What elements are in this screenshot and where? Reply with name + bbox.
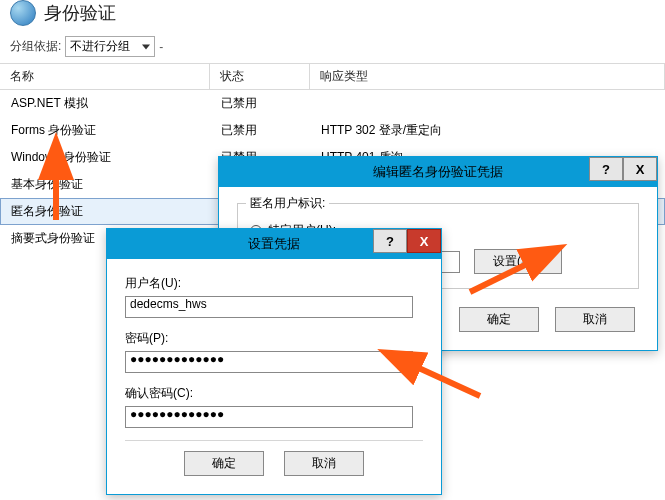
close-button[interactable]: X: [623, 157, 657, 181]
password-input[interactable]: ●●●●●●●●●●●●●: [125, 351, 413, 373]
cell-name: Forms 身份验证: [1, 120, 211, 141]
table-row[interactable]: ASP.NET 模拟已禁用: [0, 90, 665, 117]
help-button[interactable]: ?: [589, 157, 623, 181]
cancel-button[interactable]: 取消: [284, 451, 364, 476]
page-title: 身份验证: [44, 1, 116, 25]
cell-status: 已禁用: [211, 93, 311, 114]
confirm-password-input[interactable]: ●●●●●●●●●●●●●: [125, 406, 413, 428]
group-by-dropdown[interactable]: 不进行分组: [65, 36, 155, 57]
cell-name: 匿名身份验证: [1, 201, 211, 222]
dialog-titlebar[interactable]: 编辑匿名身份验证凭据 ? X: [219, 157, 657, 187]
cell-response: HTTP 302 登录/重定向: [311, 120, 664, 141]
cell-response: [311, 93, 664, 114]
group-legend: 匿名用户标识:: [246, 195, 329, 212]
username-label: 用户名(U):: [125, 275, 423, 292]
cell-name: 基本身份验证: [1, 174, 211, 195]
cell-name: ASP.NET 模拟: [1, 93, 211, 114]
password-label: 密码(P):: [125, 330, 423, 347]
ok-button[interactable]: 确定: [184, 451, 264, 476]
cancel-button[interactable]: 取消: [555, 307, 635, 332]
grid-header: 名称 状态 响应类型: [0, 64, 665, 90]
dialog-titlebar[interactable]: 设置凭据 ? X: [107, 229, 441, 259]
help-button[interactable]: ?: [373, 229, 407, 253]
auth-icon: [10, 0, 36, 26]
cell-status: 已禁用: [211, 120, 311, 141]
col-response[interactable]: 响应类型: [310, 64, 665, 89]
table-row[interactable]: Forms 身份验证已禁用HTTP 302 登录/重定向: [0, 117, 665, 144]
col-status[interactable]: 状态: [210, 64, 310, 89]
close-button[interactable]: X: [407, 229, 441, 253]
confirm-password-label: 确认密码(C):: [125, 385, 423, 402]
toolbar-separator: -: [159, 40, 163, 54]
group-by-label: 分组依据:: [10, 38, 61, 55]
toolbar: 分组依据: 不进行分组 -: [0, 30, 665, 64]
cell-name: Windows 身份验证: [1, 147, 211, 168]
username-input[interactable]: dedecms_hws: [125, 296, 413, 318]
group-by-value: 不进行分组: [70, 39, 130, 53]
set-button[interactable]: 设置(S)...: [474, 249, 562, 274]
ok-button[interactable]: 确定: [459, 307, 539, 332]
set-credentials-dialog: 设置凭据 ? X 用户名(U): dedecms_hws 密码(P): ●●●●…: [106, 228, 442, 495]
col-name[interactable]: 名称: [0, 64, 210, 89]
